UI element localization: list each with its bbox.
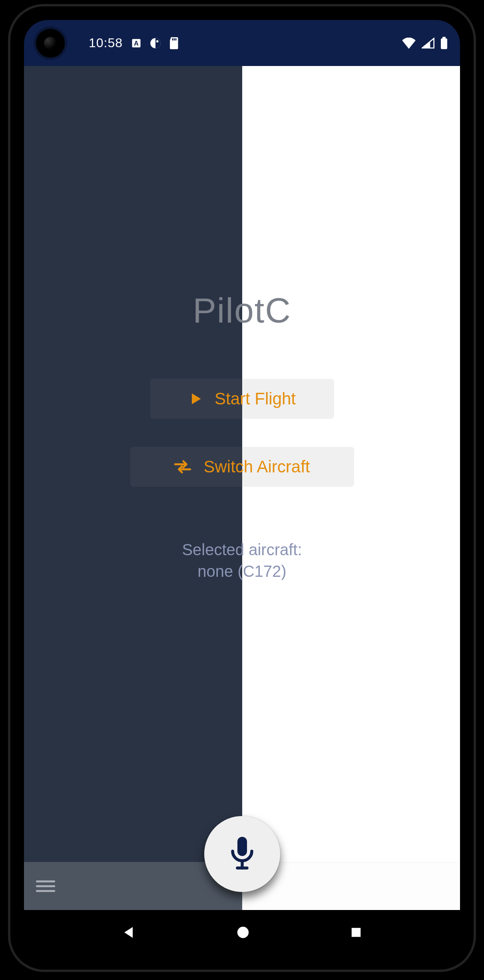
camera-hole [36,29,65,58]
wifi-icon [402,38,416,49]
selected-aircraft-label: Selected aircraft: [182,539,302,560]
battery-icon [440,37,448,50]
cellular-icon [422,38,434,49]
phone-screen: 10:58 A [24,20,460,956]
svg-rect-6 [175,38,177,40]
svg-rect-9 [237,837,247,856]
menu-button[interactable] [36,880,55,892]
svg-rect-7 [441,38,447,49]
svg-text:A: A [134,39,139,46]
center-content: PilotC Start Flight [24,290,460,582]
switch-aircraft-button[interactable]: Switch Aircraft [130,447,354,487]
app-body: PilotC Start Flight [24,66,460,910]
hamburger-line [36,890,55,892]
switch-aircraft-label: Switch Aircraft [203,457,310,476]
status-left-group: 10:58 A [36,29,179,58]
hamburger-line [36,885,55,887]
svg-rect-5 [174,38,175,40]
recents-button[interactable] [350,926,362,940]
app-title: PilotC [193,290,291,331]
back-triangle-icon [122,925,136,941]
svg-rect-13 [352,928,361,937]
svg-rect-8 [442,37,446,38]
back-button[interactable] [122,925,136,941]
selected-aircraft-value: none (C172) [182,560,302,582]
svg-rect-4 [172,38,173,40]
start-flight-button[interactable]: Start Flight [150,379,334,419]
svg-point-3 [156,40,159,42]
status-bar: 10:58 A [24,20,460,66]
svg-point-12 [237,927,249,938]
hamburger-line [36,880,55,882]
status-right-group [402,37,448,50]
home-button[interactable] [236,926,250,940]
phone-frame: 10:58 A [8,4,476,972]
home-circle-icon [236,926,250,940]
microphone-icon [228,834,257,874]
selected-aircraft-block: Selected aircraft: none (C172) [182,539,302,582]
start-flight-label: Start Flight [215,389,296,408]
play-icon [188,392,203,406]
android-nav-bar [24,910,460,956]
keyboard-icon: A [131,38,142,49]
sd-card-icon [169,37,179,49]
status-time: 10:58 [89,36,123,50]
microphone-button[interactable] [204,816,280,892]
recents-square-icon [350,926,362,940]
privacy-icon [150,38,161,49]
swap-icon [174,460,191,474]
